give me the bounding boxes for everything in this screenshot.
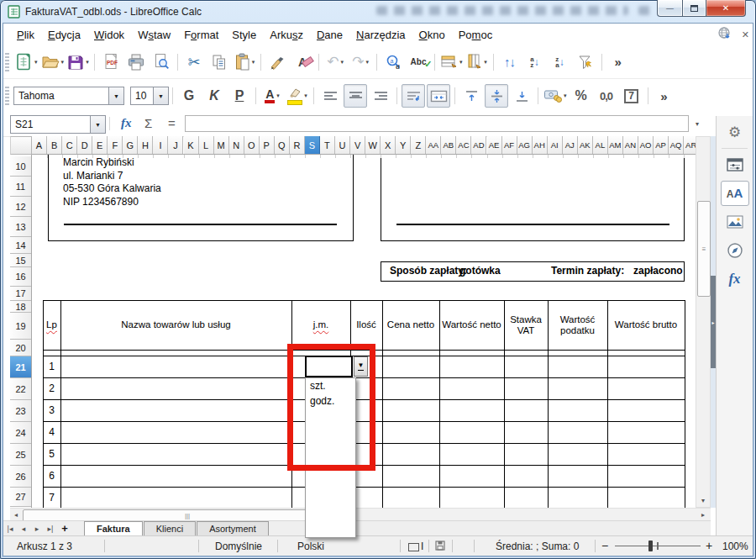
center-vertically-button[interactable]: [485, 84, 508, 108]
clear-formatting-button[interactable]: A: [291, 50, 314, 74]
highlight-color-button[interactable]: ▾: [286, 84, 309, 108]
zoom-slider-handle[interactable]: [648, 541, 653, 551]
navigator-panel-icon[interactable]: [721, 238, 749, 263]
print-button[interactable]: [124, 50, 148, 74]
language[interactable]: Polski: [297, 541, 324, 552]
column-header-AH[interactable]: AH: [533, 136, 548, 154]
undo-button[interactable]: ↶▾: [323, 50, 347, 74]
column-header-R[interactable]: R: [290, 136, 305, 154]
insert-row-button[interactable]: ▾: [439, 50, 464, 74]
dropdown-option-godz[interactable]: godz.: [306, 393, 355, 409]
close-document-icon[interactable]: ✕: [742, 29, 749, 40]
font-name-combobox[interactable]: Tahoma ▼: [13, 87, 124, 105]
row-header-27[interactable]: 27: [10, 488, 31, 507]
menu-okno[interactable]: Okno: [412, 26, 452, 44]
row-header-14[interactable]: 14: [10, 237, 31, 254]
chevron-down-icon[interactable]: ▾: [86, 59, 89, 66]
row-header-18[interactable]: 18: [10, 301, 31, 313]
sort-descending-button[interactable]: za↓: [549, 50, 572, 74]
row-header-19[interactable]: 19: [10, 313, 31, 340]
column-header-AG[interactable]: AG: [517, 136, 533, 154]
toolbar-grip[interactable]: [5, 87, 9, 105]
lp-cell-5[interactable]: 5: [43, 443, 60, 465]
titlebar[interactable]: FakturaVAT_odbl.ods - LibreOffice Calc —…: [0, 0, 756, 24]
paste-button[interactable]: ▾: [233, 50, 256, 74]
font-size-combobox[interactable]: 10 ▼: [130, 87, 169, 105]
sort-ascending-button[interactable]: az↓: [523, 50, 547, 74]
font-color-button[interactable]: A▾: [260, 84, 284, 108]
merge-cells-button[interactable]: [427, 84, 450, 108]
zoom-level[interactable]: 100%: [722, 541, 748, 552]
select-all-corner[interactable]: [10, 136, 32, 155]
column-header-T[interactable]: T: [320, 136, 335, 154]
chevron-down-icon[interactable]: ▾: [61, 59, 65, 66]
column-header-Y[interactable]: Y: [396, 136, 411, 154]
column-header-Z[interactable]: Z: [411, 136, 426, 154]
cell-dropdown-button[interactable]: ▼: [354, 356, 368, 377]
column-headers[interactable]: ABCDEFGHIJKLMNOPQRSTUVWXYZAAABACADAEAFAG…: [32, 136, 696, 155]
chevron-down-icon[interactable]: ▾: [34, 59, 38, 66]
unit-dropdown-list[interactable]: szt.godz.: [305, 377, 356, 538]
clone-formatting-button[interactable]: [265, 50, 289, 74]
column-header-U[interactable]: U: [335, 136, 350, 154]
functions-panel-icon[interactable]: fx: [721, 266, 749, 292]
chevron-down-icon[interactable]: ▼: [108, 87, 123, 104]
column-header-AB[interactable]: AB: [441, 136, 456, 154]
minimize-button[interactable]: —: [657, 0, 682, 17]
column-header-V[interactable]: V: [350, 136, 365, 154]
gallery-panel-icon[interactable]: [721, 209, 749, 235]
close-button[interactable]: ✕: [706, 0, 746, 17]
sheet-tab-klienci[interactable]: Klienci: [144, 521, 196, 535]
export-pdf-button[interactable]: PDF: [99, 50, 123, 74]
menu-style[interactable]: Style: [225, 26, 263, 44]
align-right-button[interactable]: [369, 84, 392, 108]
row-header-21[interactable]: 21: [10, 356, 31, 378]
column-header-S[interactable]: S: [305, 136, 320, 154]
save-button[interactable]: ▾: [66, 50, 90, 74]
row-header-23[interactable]: 23: [10, 400, 31, 422]
column-header-Q[interactable]: Q: [275, 136, 290, 154]
row-header-15[interactable]: 15: [10, 254, 31, 267]
align-center-button[interactable]: [344, 84, 367, 108]
lp-cell-1[interactable]: 1: [43, 356, 60, 377]
selection-stats[interactable]: Średnia: ; Suma: 0: [496, 541, 579, 552]
row-header-13[interactable]: 13: [10, 217, 31, 237]
column-header-J[interactable]: J: [168, 136, 183, 154]
toolbar-grip[interactable]: [5, 53, 9, 71]
update-globe-icon[interactable]: [717, 26, 732, 44]
column-header-AR[interactable]: AR: [684, 136, 696, 154]
column-header-AK[interactable]: AK: [578, 136, 593, 154]
sort-button[interactable]: ↑↓: [498, 50, 522, 74]
menu-widok[interactable]: Widok: [87, 26, 131, 44]
more-options-button[interactable]: »: [653, 84, 676, 108]
column-header-E[interactable]: E: [92, 136, 108, 154]
zoom-out-button[interactable]: −: [601, 539, 608, 552]
column-header-AJ[interactable]: AJ: [563, 136, 578, 154]
page-style[interactable]: Domyślnie: [215, 541, 262, 552]
align-left-button[interactable]: [318, 84, 342, 108]
chevron-down-icon[interactable]: ▾: [365, 59, 369, 66]
column-header-X[interactable]: X: [381, 136, 396, 154]
scroll-right-arrow[interactable]: ▸: [697, 509, 709, 520]
align-bottom-button[interactable]: [510, 84, 533, 108]
vertical-scrollbar[interactable]: ≡ ▾: [696, 136, 711, 508]
lp-cell-6[interactable]: 6: [43, 465, 60, 487]
name-box[interactable]: S21 ▼: [10, 115, 106, 134]
column-header-F[interactable]: F: [108, 136, 123, 154]
sheet-tab-faktura[interactable]: Faktura: [84, 521, 143, 535]
column-header-O[interactable]: O: [244, 136, 260, 154]
column-header-N[interactable]: N: [229, 136, 244, 154]
column-header-AP[interactable]: AP: [654, 136, 669, 154]
column-header-K[interactable]: K: [184, 136, 199, 154]
italic-button[interactable]: K: [202, 84, 226, 108]
add-sheet-button[interactable]: +: [57, 521, 72, 535]
column-header-AN[interactable]: AN: [623, 136, 638, 154]
formula-icon[interactable]: =: [168, 116, 176, 130]
column-header-W[interactable]: W: [365, 136, 381, 154]
formula-input[interactable]: [185, 115, 689, 132]
selected-cell-S21[interactable]: [305, 356, 353, 377]
expand-formula-bar-icon[interactable]: ▾: [696, 120, 699, 128]
menu-format[interactable]: Format: [177, 26, 225, 44]
row-header-20[interactable]: 20: [10, 340, 31, 356]
autofilter-button[interactable]: [574, 50, 597, 74]
